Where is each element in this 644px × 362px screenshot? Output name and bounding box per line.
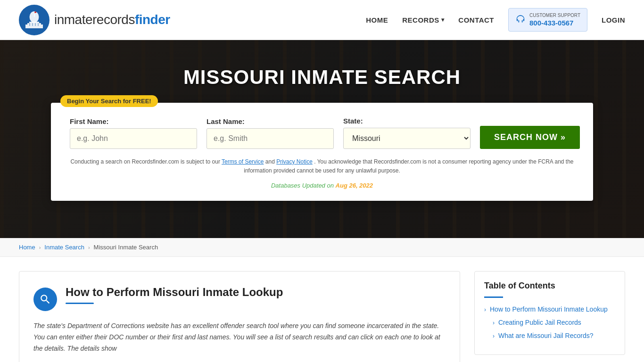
main-nav: HOME RECORDS ▾ CONTACT CUSTOMER SUPPORT … xyxy=(366,8,625,32)
privacy-link[interactable]: Privacy Notice xyxy=(276,158,313,165)
support-text: CUSTOMER SUPPORT 800-433-0567 xyxy=(529,12,580,28)
toc-title: Table of Contents xyxy=(484,281,615,291)
logo-text: inmaterecordsfinder xyxy=(54,12,170,27)
svg-rect-2 xyxy=(29,22,39,23)
breadcrumb: Home › Inmate Search › Missouri Inmate S… xyxy=(19,244,625,251)
breadcrumb-sep-2: › xyxy=(88,245,90,250)
toc-divider xyxy=(484,296,503,298)
search-card: Begin Your Search for FREE! First Name: … xyxy=(51,103,593,201)
state-group: State: AlabamaAlaskaArizonaArkansasCalif… xyxy=(343,117,471,149)
article-title: How to Perform Missouri Inmate Lookup xyxy=(66,286,283,299)
nav-login[interactable]: LOGIN xyxy=(602,16,625,24)
svg-rect-8 xyxy=(38,23,39,26)
db-updated-prefix: Databases Updated on xyxy=(271,182,334,189)
toc-arrow-icon: › xyxy=(493,333,495,339)
toc-item[interactable]: ›Creating Public Jail Records xyxy=(493,319,615,326)
toc-list: ›How to Perform Missouri Inmate Lookup›C… xyxy=(484,305,615,339)
logo[interactable]: inmaterecordsfinder xyxy=(19,5,170,35)
chevron-down-icon: ▾ xyxy=(441,16,445,23)
nav-records-label: RECORDS xyxy=(402,16,439,24)
support-label: CUSTOMER SUPPORT xyxy=(529,12,580,18)
tos-link[interactable]: Terms of Service xyxy=(222,158,264,165)
toc-section: Table of Contents ›How to Perform Missou… xyxy=(474,271,625,355)
search-icon-circle xyxy=(33,288,57,311)
hero-section: MISSOURI INMATE SEARCH Begin Your Search… xyxy=(0,40,644,238)
search-button[interactable]: SEARCH NOW » xyxy=(480,126,580,149)
toc-item[interactable]: ›How to Perform Missouri Inmate Lookup xyxy=(484,305,615,313)
nav-records[interactable]: RECORDS ▾ xyxy=(402,16,444,24)
headset-icon xyxy=(515,15,526,25)
nav-home[interactable]: HOME xyxy=(366,16,388,24)
breadcrumb-current: Missouri Inmate Search xyxy=(94,244,158,251)
toc-arrow-icon: › xyxy=(484,306,486,313)
article-title-block: How to Perform Missouri Inmate Lookup xyxy=(66,286,283,304)
logo-icon xyxy=(19,5,50,35)
breadcrumb-inmate-search[interactable]: Inmate Search xyxy=(44,244,84,251)
article-section: How to Perform Missouri Inmate Lookup Th… xyxy=(19,271,460,362)
site-header: inmaterecordsfinder HOME RECORDS ▾ CONTA… xyxy=(0,0,644,40)
toc-arrow-icon: › xyxy=(493,320,495,326)
state-label: State: xyxy=(343,117,471,125)
db-updated: Databases Updated on Aug 26, 2022 xyxy=(70,182,574,189)
last-name-input[interactable] xyxy=(206,128,334,149)
svg-rect-4 xyxy=(25,25,43,28)
hero-title: MISSOURI INMATE SEARCH xyxy=(183,66,461,89)
main-content: How to Perform Missouri Inmate Lookup Th… xyxy=(0,257,644,362)
state-select[interactable]: AlabamaAlaskaArizonaArkansasCaliforniaCo… xyxy=(343,128,471,149)
magnifier-icon xyxy=(39,293,51,305)
last-name-label: Last Name: xyxy=(206,117,334,125)
article-header: How to Perform Missouri Inmate Lookup xyxy=(33,286,446,311)
breadcrumb-sep-1: › xyxy=(39,245,41,250)
nav-contact[interactable]: CONTACT xyxy=(458,16,494,24)
svg-rect-5 xyxy=(29,23,30,26)
first-name-label: First Name: xyxy=(70,117,197,125)
support-number: 800-433-0567 xyxy=(529,18,580,28)
disclaimer-text: Conducting a search on Recordsfinder.com… xyxy=(70,157,574,175)
toc-item[interactable]: ›What are Missouri Jail Records? xyxy=(493,332,615,339)
article-underline xyxy=(66,303,94,304)
toc-card: Table of Contents ›How to Perform Missou… xyxy=(474,271,625,355)
db-updated-date: Aug 26, 2022 xyxy=(336,182,373,189)
svg-rect-9 xyxy=(34,11,35,17)
first-name-group: First Name: xyxy=(70,117,197,149)
breadcrumb-home[interactable]: Home xyxy=(19,244,35,251)
breadcrumb-bar: Home › Inmate Search › Missouri Inmate S… xyxy=(0,238,644,257)
search-form: First Name: Last Name: State: AlabamaAla… xyxy=(70,117,574,149)
first-name-input[interactable] xyxy=(70,128,197,149)
svg-rect-6 xyxy=(32,23,33,26)
last-name-group: Last Name: xyxy=(206,117,334,149)
free-badge: Begin Your Search for FREE! xyxy=(60,95,158,107)
svg-rect-7 xyxy=(35,23,36,26)
article-body: The state's Department of Corrections we… xyxy=(33,321,446,354)
customer-support-button[interactable]: CUSTOMER SUPPORT 800-433-0567 xyxy=(508,8,587,32)
